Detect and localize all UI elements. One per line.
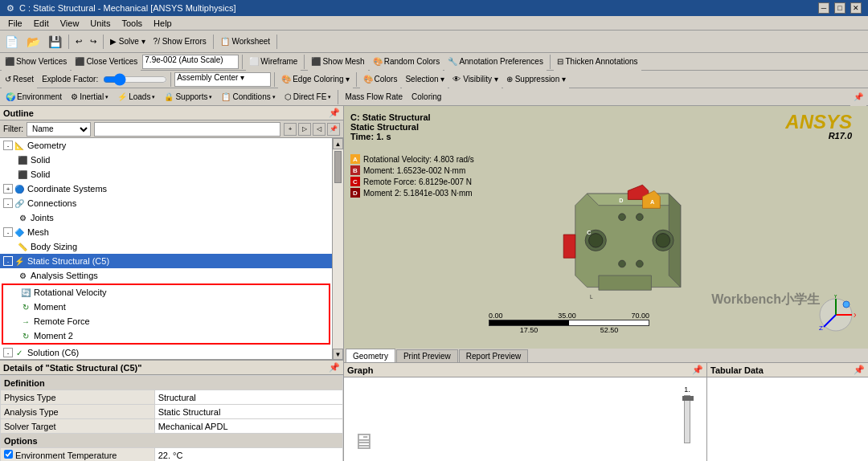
tree-item-moment[interactable]: ↻ Moment	[3, 300, 329, 314]
tree-item-connections[interactable]: - 🔗 Connections	[0, 196, 332, 210]
auto-scale-combo[interactable]: 7.9e-002 (Auto Scale)	[142, 55, 239, 69]
tabular-pin[interactable]: 📌	[854, 365, 865, 375]
sep8	[170, 72, 171, 87]
edge-coloring-button[interactable]: 🎨 Edge Coloring ▾	[278, 71, 352, 88]
explode-slider[interactable]	[103, 74, 167, 85]
tree-item-body-sizing[interactable]: 📏 Body Sizing	[0, 239, 332, 254]
menu-edit[interactable]: Edit	[29, 18, 54, 29]
close-button[interactable]: ✕	[850, 2, 862, 14]
scroll-down[interactable]: ▼	[333, 349, 343, 360]
tree-item-remote-force[interactable]: → Remote Force	[3, 314, 329, 328]
analysis-type-value[interactable]: Static Structural	[154, 405, 342, 419]
coord-axes: X Y Z	[816, 295, 856, 337]
scroll-thumb[interactable]	[334, 151, 342, 183]
toggle-coord[interactable]: +	[3, 184, 13, 194]
env-direct-fe[interactable]: ⬡ Direct FE ▾	[280, 92, 336, 102]
close-vertices-button[interactable]: ⬛ Close Vertices	[72, 53, 141, 71]
sep3	[213, 35, 214, 49]
undo-button[interactable]: ↩	[72, 33, 85, 51]
assembly-center-combo[interactable]: Assembly Center ▾	[174, 72, 271, 87]
toggle-geometry[interactable]: -	[3, 141, 13, 150]
toggle-mesh[interactable]: -	[3, 227, 13, 237]
connections-icon: 🔗	[13, 197, 26, 210]
minimize-button[interactable]: ─	[818, 2, 829, 14]
env-environment[interactable]: 🌍 Environment	[2, 92, 66, 102]
svg-point-13	[619, 260, 626, 267]
model-title: C: Static Structural	[350, 112, 431, 122]
show-vertices-button[interactable]: ⬛ Show Vertices	[2, 53, 70, 71]
show-mesh-button[interactable]: ⬛ Show Mesh	[308, 53, 367, 71]
filter-search-input[interactable]	[94, 122, 280, 137]
suppression-button[interactable]: ⊕ Suppression ▾	[503, 71, 569, 88]
tree-item-rot-velocity[interactable]: 🔄 Rotational Velocity	[3, 285, 329, 300]
filter-type-combo[interactable]: Name	[27, 122, 91, 137]
env-supports[interactable]: 🔒 Supports ▾	[160, 92, 216, 102]
slider-track[interactable]	[684, 395, 690, 443]
menu-file[interactable]: File	[3, 18, 27, 29]
solver-target-value[interactable]: Mechanical APDL	[154, 419, 342, 434]
outline-pin[interactable]: 📌	[329, 108, 340, 118]
menu-help[interactable]: Help	[149, 18, 177, 29]
tab-geometry[interactable]: Geometry	[346, 349, 395, 362]
tree-scrollbar[interactable]: ▲ ▼	[332, 138, 343, 360]
thicken-annotations-button[interactable]: ⊟ Thicken Annotations	[554, 53, 641, 71]
filter-expand-icon[interactable]: ▷	[298, 123, 311, 136]
tab-report-preview[interactable]: Report Preview	[459, 349, 528, 362]
reset-button[interactable]: ↺ ↺ Reset Reset	[2, 71, 37, 88]
graph-pin[interactable]: 📌	[692, 365, 703, 375]
filter-add-icon[interactable]: +	[284, 123, 297, 136]
tree-item-static-structural[interactable]: - ⚡ Static Structural (C5)	[0, 254, 332, 268]
tree-item-solution[interactable]: - ✓ Solution (C6)	[0, 345, 332, 360]
env-coloring[interactable]: Coloring	[407, 92, 445, 102]
toggle-solution[interactable]: -	[3, 348, 13, 357]
svg-marker-10	[563, 235, 575, 258]
toggle-connections[interactable]: -	[3, 198, 13, 208]
details-pin[interactable]: 📌	[329, 362, 340, 373]
show-errors-button[interactable]: ?/ Show Errors	[150, 33, 210, 51]
tree-item-solid1[interactable]: ⬛ Solid	[0, 153, 332, 167]
env-inertial[interactable]: ⚙ Inertial ▾	[67, 92, 113, 102]
worksheet-button[interactable]: 📋 Worksheet	[217, 33, 273, 51]
annotation-prefs-button[interactable]: 🔧 Annotation Preferences	[444, 53, 547, 71]
tree-item-moment2[interactable]: ↻ Moment 2	[3, 328, 329, 343]
maximize-button[interactable]: □	[834, 2, 845, 14]
menu-units[interactable]: Units	[85, 18, 115, 29]
tree-item-analysis-settings[interactable]: ⚙ Analysis Settings	[0, 268, 332, 283]
scroll-up[interactable]: ▲	[333, 138, 343, 149]
wireframe-button[interactable]: ⬜ 7.9e-002 (Auto Scale) Wireframe	[246, 53, 301, 71]
tree-item-joints[interactable]: ⚙ Joints	[0, 210, 332, 225]
filter-icons: + ▷ ◁ 📌	[284, 123, 340, 136]
env-temp-checkbox[interactable]	[4, 450, 13, 459]
tree-scroll-area: - 📐 Geometry ⬛ Solid ⬛ Solid +	[0, 138, 343, 360]
save-button[interactable]: 💾	[45, 33, 65, 51]
redo-button[interactable]: ↪	[87, 33, 100, 51]
env-pin-button[interactable]: 📌	[850, 88, 866, 106]
random-colors-button[interactable]: 🎨 Random Colors	[370, 53, 443, 71]
env-temp-value[interactable]: 22. °C	[154, 448, 342, 462]
tree-item-solid2[interactable]: ⬛ Solid	[0, 167, 332, 182]
tree-item-coord[interactable]: + 🔵 Coordinate Systems	[0, 182, 332, 196]
slider-thumb[interactable]	[682, 396, 694, 401]
env-mass-flow[interactable]: Mass Flow Rate	[341, 92, 407, 102]
env-conditions[interactable]: 📋 Conditions ▾	[217, 92, 279, 102]
filter-collapse-icon[interactable]: ◁	[313, 123, 326, 136]
mesh-icon: ⬛	[311, 57, 321, 66]
axes-svg: X Y Z	[816, 295, 856, 335]
colors-button[interactable]: 🎨 Colors	[360, 71, 401, 88]
solve-dropdown[interactable]: ▶ Solve ▾	[107, 33, 149, 51]
tab-print-preview[interactable]: Print Preview	[396, 349, 458, 362]
menu-view[interactable]: View	[55, 18, 84, 29]
physics-type-value[interactable]: Structural	[154, 390, 342, 405]
select-filter-button[interactable]: Selection ▾	[402, 71, 448, 88]
viewport[interactable]: C: Static Structural Static Structural T…	[344, 106, 868, 349]
tree-item-mesh[interactable]: - 🔷 Mesh	[0, 225, 332, 239]
toggle-static[interactable]: -	[3, 256, 13, 266]
env-loads[interactable]: ⚡ Loads ▾	[113, 92, 159, 102]
open-button[interactable]: 📂	[23, 33, 43, 51]
tree-item-geometry[interactable]: - 📐 Geometry	[0, 138, 332, 153]
new-button[interactable]: 📄	[2, 33, 22, 51]
filter-pin-icon[interactable]: 📌	[327, 123, 340, 136]
graph-slider: 1.	[684, 386, 690, 443]
visibility-button[interactable]: 👁 Visibility ▾	[449, 71, 502, 88]
menu-tools[interactable]: Tools	[117, 18, 147, 29]
